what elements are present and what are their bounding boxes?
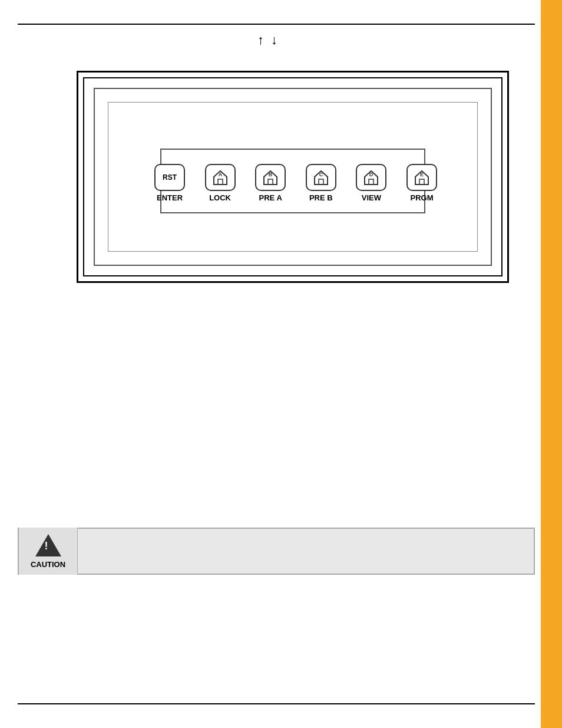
- button-group-e: E PRGM: [406, 164, 437, 202]
- buttons-row: RST ENTER A: [154, 164, 437, 202]
- svg-rect-4: [268, 179, 273, 185]
- frame-outer: RST ENTER A: [77, 71, 509, 283]
- house-icon-d: D: [362, 169, 380, 186]
- btn-a[interactable]: A: [205, 164, 236, 191]
- svg-text:A: A: [218, 172, 222, 177]
- up-arrow-icon: ↑: [257, 32, 264, 48]
- svg-rect-7: [319, 179, 323, 185]
- arrows-area: ↑ ↓: [0, 32, 535, 48]
- svg-rect-10: [369, 179, 373, 185]
- caution-content: [78, 545, 534, 557]
- btn-b[interactable]: B: [255, 164, 286, 191]
- frame-3: RST ENTER A: [94, 88, 492, 266]
- bottom-rule: [18, 703, 535, 704]
- frame-4: RST ENTER A: [108, 102, 478, 252]
- button-group-c: C PRE B: [306, 164, 336, 202]
- btn-d[interactable]: D: [356, 164, 386, 191]
- button-group-rst: RST ENTER: [154, 164, 185, 202]
- house-icon-e: E: [413, 169, 431, 186]
- button-group-d: D VIEW: [356, 164, 386, 202]
- house-icon-a: A: [211, 169, 229, 186]
- device-diagram: RST ENTER A: [77, 71, 509, 283]
- house-icon-b: B: [262, 169, 279, 186]
- svg-text:B: B: [269, 172, 273, 177]
- btn-prea-label: PRE A: [259, 193, 282, 202]
- btn-prgm-label: PRGM: [410, 193, 433, 202]
- sidebar-bar: [541, 0, 562, 728]
- svg-rect-13: [419, 179, 424, 185]
- frame-2: RST ENTER A: [83, 77, 503, 276]
- btn-e[interactable]: E: [406, 164, 437, 191]
- btn-lock-label: LOCK: [209, 193, 231, 202]
- btn-rst[interactable]: RST: [154, 164, 185, 191]
- btn-enter-label: ENTER: [157, 193, 183, 202]
- svg-text:D: D: [369, 172, 373, 177]
- caution-icon-area: CAUTION: [19, 528, 78, 575]
- down-arrow-icon: ↓: [271, 32, 277, 48]
- button-group-b: B PRE A: [255, 164, 286, 202]
- btn-c[interactable]: C: [306, 164, 336, 191]
- btn-rst-label: RST: [163, 173, 177, 182]
- caution-box: CAUTION: [18, 528, 535, 575]
- svg-text:E: E: [420, 172, 424, 177]
- button-group-a: A LOCK: [205, 164, 236, 202]
- btn-view-label: VIEW: [362, 193, 381, 202]
- caution-triangle-icon: [35, 534, 61, 556]
- btn-preb-label: PRE B: [309, 193, 333, 202]
- frame-inner: RST ENTER A: [125, 119, 461, 235]
- top-rule: [18, 24, 535, 25]
- caution-label: CAUTION: [31, 560, 65, 569]
- svg-rect-1: [218, 179, 223, 185]
- house-icon-c: C: [312, 169, 330, 186]
- svg-text:C: C: [319, 172, 323, 177]
